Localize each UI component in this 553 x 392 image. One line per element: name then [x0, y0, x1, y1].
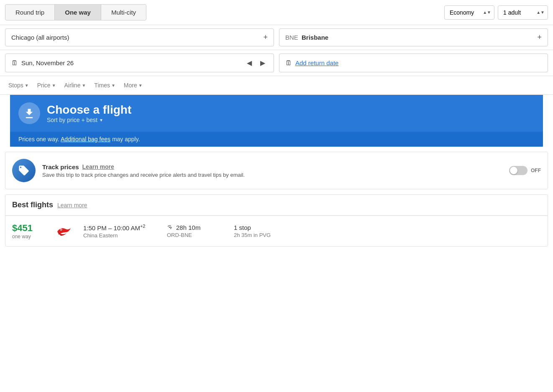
choose-flight-icon: [18, 102, 40, 124]
origin-field[interactable]: Chicago (all airports) +: [5, 28, 274, 46]
prev-date-button[interactable]: ◀: [244, 58, 254, 68]
origin-destination-row: Chicago (all airports) + BNE Brisbane +: [0, 25, 553, 50]
sort-chevron-icon: ▼: [99, 118, 103, 122]
flight-price-amount: $451: [12, 223, 46, 234]
track-prices-description: Save this trip to track price changes an…: [42, 172, 502, 178]
airline-logo: [54, 223, 75, 239]
flight-duration-value: 28h 10m: [176, 224, 200, 231]
tab-one-way[interactable]: One way: [55, 4, 101, 20]
track-prices-toggle[interactable]: [509, 166, 527, 175]
flight-stop-detail: 2h 35m in PVG: [234, 232, 284, 238]
destination-field[interactable]: BNE Brisbane +: [279, 28, 548, 46]
choose-flight-header: Choose a flight Sort by price + best ▼ P…: [10, 95, 543, 147]
stops-filter[interactable]: Stops ▼: [6, 80, 31, 90]
flight-time-range: 1:50 PM – 10:00 AM+2: [83, 224, 159, 232]
flight-price-label: one way: [12, 234, 46, 239]
passenger-select[interactable]: 1 adult: [498, 5, 548, 20]
choose-flight-title: Choose a flight: [47, 103, 131, 117]
wifi-signal-icon: [167, 224, 174, 230]
stops-chevron-icon: ▼: [25, 83, 29, 88]
return-calendar-icon: 🗓: [285, 59, 292, 67]
best-flights-title: Best flights: [12, 201, 53, 209]
toggle-state-label: OFF: [531, 168, 541, 173]
flight-price-block: $451 one way: [12, 223, 46, 239]
track-prices-learn-more[interactable]: Learn more: [82, 163, 114, 170]
sort-by-label[interactable]: Sort by price + best ▼: [47, 117, 131, 123]
bag-fees-notice: Prices one way. Additional bag fees may …: [10, 132, 543, 147]
return-date-field[interactable]: 🗓 Add return date: [279, 53, 548, 72]
origin-value: Chicago (all airports): [11, 34, 260, 41]
departure-calendar-icon: 🗓: [11, 59, 18, 67]
dest-code: BNE: [285, 34, 298, 41]
choose-flight-top: Choose a flight Sort by price + best ▼: [10, 95, 543, 132]
add-return-date-link[interactable]: Add return date: [295, 59, 338, 66]
choose-flight-section: Choose a flight Sort by price + best ▼ P…: [0, 95, 553, 147]
track-prices-icon: [12, 159, 36, 182]
date-row: 🗓 Sun, November 26 ◀ ▶ 🗓 Add return date: [0, 50, 553, 76]
destination-add-icon: +: [537, 33, 542, 42]
flight-duration-block: 28h 10m ORD-BNE: [167, 224, 225, 238]
departure-date-field[interactable]: 🗓 Sun, November 26 ◀ ▶: [5, 53, 274, 72]
destination-value: BNE Brisbane: [285, 34, 534, 41]
choose-flight-text: Choose a flight Sort by price + best ▼: [47, 103, 131, 123]
trip-type-bar: Round trip One way Multi-city Economy ▲▼…: [0, 0, 553, 25]
cabin-class-wrapper: Economy ▲▼: [444, 5, 494, 20]
airline-chevron-icon: ▼: [82, 83, 86, 88]
flight-stops-count: 1 stop: [234, 224, 284, 231]
price-tag-icon: [18, 165, 30, 176]
times-chevron-icon: ▼: [111, 83, 115, 88]
origin-add-icon: +: [263, 33, 268, 42]
track-prices-title-row: Track prices Learn more: [42, 163, 502, 171]
tab-multi-city[interactable]: Multi-city: [101, 4, 146, 20]
departure-date-value: Sun, November 26: [21, 59, 74, 66]
date-nav-controls: ◀ ▶: [244, 58, 268, 68]
flight-times-block: 1:50 PM – 10:00 AM+2 China Eastern: [83, 224, 159, 239]
track-prices-text: Track prices Learn more Save this trip t…: [42, 163, 502, 178]
flight-day-offset: +2: [140, 224, 146, 229]
best-flights-header: Best flights Learn more: [5, 195, 548, 216]
tab-round-trip[interactable]: Round trip: [5, 4, 55, 20]
flight-route: ORD-BNE: [167, 232, 225, 238]
airline-filter[interactable]: Airline ▼: [62, 80, 89, 90]
china-eastern-logo-icon: [55, 223, 74, 239]
download-arrow-icon: [23, 107, 35, 119]
price-chevron-icon: ▼: [52, 83, 56, 88]
bag-fees-link[interactable]: Additional bag fees: [61, 136, 110, 143]
filters-row: Stops ▼ Price ▼ Airline ▼ Times ▼ More ▼: [0, 76, 553, 95]
cabin-class-select[interactable]: Economy: [444, 5, 494, 20]
more-filter[interactable]: More ▼: [121, 80, 145, 90]
flight-stops-block: 1 stop 2h 35m in PVG: [234, 224, 284, 238]
passenger-count-wrapper: 1 adult ▲▼: [498, 5, 548, 20]
next-date-button[interactable]: ▶: [258, 58, 268, 68]
best-flights-card: Best flights Learn more $451 one way 1:5…: [5, 194, 548, 247]
track-prices-toggle-area: OFF: [509, 166, 541, 175]
table-row[interactable]: $451 one way 1:50 PM – 10:00 AM+2 China …: [5, 216, 548, 246]
best-flights-learn-more[interactable]: Learn more: [57, 202, 87, 209]
cabin-passenger-selectors: Economy ▲▼ 1 adult ▲▼: [444, 5, 548, 20]
flight-duration-row: 28h 10m: [167, 224, 225, 231]
price-filter[interactable]: Price ▼: [35, 80, 59, 90]
wifi-icon: [167, 224, 174, 231]
more-chevron-icon: ▼: [138, 83, 143, 88]
track-prices-card: Track prices Learn more Save this trip t…: [5, 152, 548, 189]
flight-airline-name: China Eastern: [83, 232, 159, 239]
times-filter[interactable]: Times ▼: [92, 80, 118, 90]
dest-name: Brisbane: [302, 34, 328, 41]
